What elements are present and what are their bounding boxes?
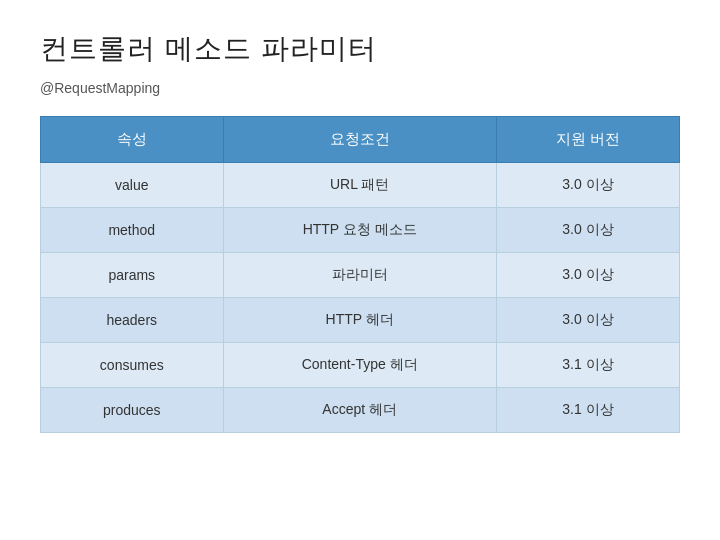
cell-condition: Content-Type 헤더 — [223, 343, 496, 388]
cell-attr: produces — [41, 388, 224, 433]
cell-version: 3.0 이상 — [496, 208, 679, 253]
table-row: consumesContent-Type 헤더3.1 이상 — [41, 343, 680, 388]
table-row: valueURL 패턴3.0 이상 — [41, 163, 680, 208]
cell-condition: HTTP 요청 메소드 — [223, 208, 496, 253]
cell-version: 3.1 이상 — [496, 388, 679, 433]
subtitle: @RequestMapping — [40, 80, 680, 96]
cell-condition: HTTP 헤더 — [223, 298, 496, 343]
cell-attr: headers — [41, 298, 224, 343]
col-header-attr: 속성 — [41, 117, 224, 163]
table-row: producesAccept 헤더3.1 이상 — [41, 388, 680, 433]
cell-attr: method — [41, 208, 224, 253]
cell-condition: URL 패턴 — [223, 163, 496, 208]
cell-attr: value — [41, 163, 224, 208]
table-row: params파라미터3.0 이상 — [41, 253, 680, 298]
page-title: 컨트롤러 메소드 파라미터 — [40, 30, 680, 68]
col-header-condition: 요청조건 — [223, 117, 496, 163]
cell-condition: Accept 헤더 — [223, 388, 496, 433]
col-header-version: 지원 버전 — [496, 117, 679, 163]
table-row: methodHTTP 요청 메소드3.0 이상 — [41, 208, 680, 253]
cell-version: 3.1 이상 — [496, 343, 679, 388]
cell-version: 3.0 이상 — [496, 253, 679, 298]
table-header-row: 속성 요청조건 지원 버전 — [41, 117, 680, 163]
cell-version: 3.0 이상 — [496, 163, 679, 208]
cell-condition: 파라미터 — [223, 253, 496, 298]
params-table: 속성 요청조건 지원 버전 valueURL 패턴3.0 이상methodHTT… — [40, 116, 680, 433]
table-row: headersHTTP 헤더3.0 이상 — [41, 298, 680, 343]
cell-version: 3.0 이상 — [496, 298, 679, 343]
cell-attr: params — [41, 253, 224, 298]
cell-attr: consumes — [41, 343, 224, 388]
